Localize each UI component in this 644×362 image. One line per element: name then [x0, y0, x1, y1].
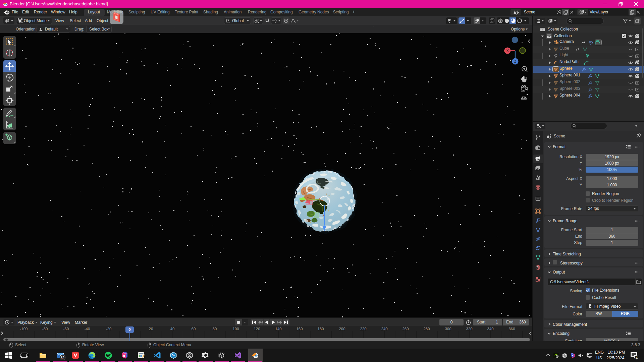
svg-text:Z: Z — [514, 60, 516, 63]
svg-text:1: 1 — [635, 356, 637, 359]
svg-text:Dv: Dv — [172, 354, 175, 357]
svg-text:X: X — [506, 49, 509, 53]
